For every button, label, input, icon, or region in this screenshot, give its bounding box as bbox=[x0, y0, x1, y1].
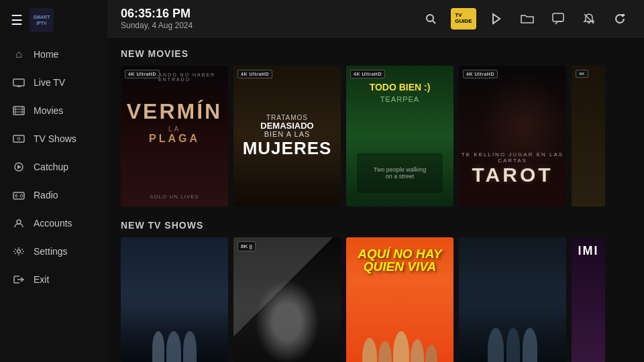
tv-card-4[interactable] bbox=[459, 237, 566, 362]
topbar-icons: TVGUIDE bbox=[420, 8, 631, 29]
app-logo: SMARTIPTV bbox=[30, 8, 54, 32]
sidebar-item-label: Settings bbox=[34, 246, 68, 257]
mujeres-prefix2: DEMASIADO bbox=[239, 121, 335, 130]
settings-icon bbox=[12, 245, 25, 258]
sidebar-item-label: Home bbox=[34, 49, 58, 60]
tv-card-aqui[interactable]: AQUÍ NO HAYQUIEN VIVA bbox=[346, 237, 453, 362]
aqui-title: AQUÍ NO HAYQUIEN VIVA bbox=[353, 247, 447, 273]
current-date: Sunday, 4 Aug 2024 bbox=[121, 21, 409, 30]
menu-icon[interactable]: ☰ bbox=[11, 12, 23, 28]
svg-rect-21 bbox=[553, 13, 564, 21]
svg-rect-0 bbox=[13, 79, 24, 86]
sidebar-item-accounts[interactable]: Accounts bbox=[0, 209, 107, 237]
vermin-subtitle2: PLAGA bbox=[127, 133, 222, 145]
svg-rect-8 bbox=[13, 135, 24, 142]
sidebar-item-movies[interactable]: Movies bbox=[0, 97, 107, 125]
movie-card-vermin[interactable]: DISPARANDO NO HABER ENTRADO VERMÍN LA PL… bbox=[121, 66, 228, 206]
home-icon: ⌂ bbox=[12, 48, 25, 61]
topbar: 06:35:16 PM Sunday, 4 Aug 2024 TVGUIDE bbox=[107, 0, 644, 38]
sidebar-item-label: Exit bbox=[34, 274, 49, 285]
badge-4k: 4K UltraHD bbox=[350, 70, 385, 78]
vermin-title: VERMÍN bbox=[127, 99, 222, 124]
new-movies-row: DISPARANDO NO HABER ENTRADO VERMÍN LA PL… bbox=[121, 66, 631, 206]
sidebar-item-label: Accounts bbox=[34, 218, 72, 229]
todobien-tagline: TEARPEA bbox=[352, 95, 448, 103]
svg-point-18 bbox=[427, 15, 433, 21]
sidebar-item-label: Live TV bbox=[34, 77, 65, 88]
badge-8k: 8K || bbox=[237, 241, 256, 251]
todobien-desc: Two people walkingon a street bbox=[374, 166, 427, 180]
movie-card-tarot[interactable]: TE KELLINO JUGAR EN LAS CARTAS TAROT 4K … bbox=[459, 66, 566, 206]
folder-button[interactable] bbox=[517, 8, 538, 29]
bell-mute-button[interactable] bbox=[578, 8, 600, 29]
new-movies-title: NEW MOVIES bbox=[121, 48, 631, 59]
tv-card-imi[interactable]: IMI bbox=[572, 237, 605, 362]
radio-icon bbox=[12, 188, 25, 202]
movie-card-todobien[interactable]: TODO BIEN :) TEARPEA Two people walkingo… bbox=[346, 66, 453, 206]
mujeres-title: MUJERES bbox=[239, 138, 335, 159]
vermin-credits: SOLO UN LIVES bbox=[121, 194, 228, 200]
sidebar-item-label: Radio bbox=[34, 190, 58, 200]
refresh-button[interactable] bbox=[609, 8, 631, 29]
svg-point-17 bbox=[17, 250, 21, 253]
exit-icon bbox=[12, 273, 25, 286]
movie-card-mujeres[interactable]: TRATAMOS DEMASIADO BIEN A LAS MUJERES 4K… bbox=[233, 66, 341, 206]
catchup-icon bbox=[12, 160, 25, 174]
content-area: NEW MOVIES DISPARANDO NO HABER ENTRADO V… bbox=[107, 38, 644, 362]
imi-title: IMI bbox=[572, 244, 605, 258]
accounts-icon bbox=[12, 217, 25, 230]
sidebar-item-home[interactable]: ⌂ Home bbox=[0, 40, 107, 68]
sidebar-item-settings[interactable]: Settings bbox=[0, 237, 107, 265]
svg-line-19 bbox=[433, 21, 435, 23]
new-tvshows-row: 8K || AQUÍ NO HAYQUIEN VIVA bbox=[121, 237, 631, 362]
todobien-title: TODO BIEN :) bbox=[352, 82, 448, 93]
svg-point-16 bbox=[17, 220, 21, 224]
badge-4k: 4K UltraHD bbox=[463, 70, 498, 78]
sidebar-item-exit[interactable]: Exit bbox=[0, 265, 107, 294]
sidebar-item-label: Movies bbox=[34, 105, 63, 116]
search-button[interactable] bbox=[420, 8, 441, 29]
sidebar-item-livetv[interactable]: Live TV bbox=[0, 68, 107, 97]
sidebar: ☰ SMARTIPTV ⌂ Home Live TV Movies TV Sho… bbox=[0, 0, 107, 362]
sidebar-item-label: TV Shows bbox=[34, 133, 76, 144]
livetv-icon bbox=[12, 76, 25, 89]
movie-card-5[interactable]: 4K bbox=[572, 66, 605, 206]
current-time: 06:35:16 PM bbox=[121, 7, 409, 21]
main-content: 06:35:16 PM Sunday, 4 Aug 2024 TVGUIDE bbox=[107, 0, 644, 362]
svg-point-13 bbox=[20, 194, 23, 197]
sidebar-item-label: Catchup bbox=[34, 162, 68, 172]
sidebar-header: ☰ SMARTIPTV bbox=[0, 0, 107, 40]
chat-button[interactable] bbox=[547, 8, 569, 29]
badge-4k: 4K UltraHD bbox=[237, 70, 272, 78]
time-block: 06:35:16 PM Sunday, 4 Aug 2024 bbox=[121, 7, 409, 30]
movies-icon bbox=[12, 104, 25, 117]
tv-card-2[interactable]: 8K || bbox=[233, 237, 341, 362]
sidebar-item-radio[interactable]: Radio bbox=[0, 181, 107, 209]
svg-rect-3 bbox=[13, 107, 24, 115]
svg-marker-20 bbox=[493, 14, 500, 23]
mujeres-conn: BIEN A LAS bbox=[239, 130, 335, 138]
badge-4k: 4K bbox=[576, 70, 588, 78]
play-button[interactable] bbox=[486, 8, 507, 29]
tv-guide-button[interactable]: TVGUIDE bbox=[451, 8, 476, 29]
badge-4k: 4K UltraHD bbox=[125, 70, 160, 78]
vermin-subtitle1: LA bbox=[127, 125, 222, 133]
sidebar-item-catchup[interactable]: Catchup bbox=[0, 153, 107, 181]
sidebar-item-tvshows[interactable]: TV Shows bbox=[0, 125, 107, 153]
svg-marker-11 bbox=[17, 165, 21, 169]
svg-point-9 bbox=[17, 137, 20, 140]
tv-card-1[interactable] bbox=[121, 237, 228, 362]
new-tvshows-title: NEW TV SHOWS bbox=[121, 220, 631, 231]
tvshows-icon bbox=[12, 132, 25, 145]
